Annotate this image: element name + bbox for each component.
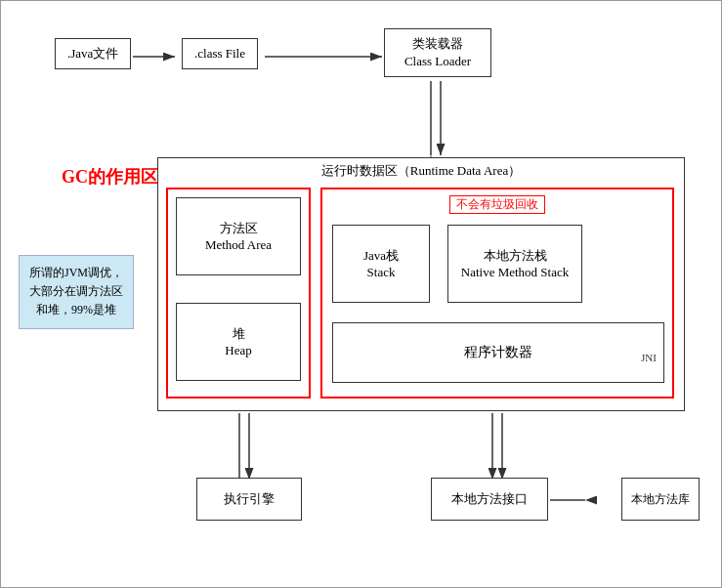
native-method-interface-box: 本地方法接口 [431, 478, 548, 521]
heap-line2: Heap [225, 343, 251, 358]
native-stack-line1: 本地方法栈 [484, 247, 547, 265]
gc-area: 方法区 Method Area 堆 Heap [166, 188, 311, 399]
classloader-line1: 类装载器 [397, 35, 479, 53]
class-file-label: .class File [194, 46, 245, 61]
main-container: .Java文件 .class File 类装载器 Class Loader GC… [0, 0, 722, 588]
note-text: 所谓的JVM调优，大部分在调方法区和堆，99%是堆 [29, 266, 123, 316]
note-box: 所谓的JVM调优，大部分在调方法区和堆，99%是堆 [19, 255, 134, 329]
heap-line1: 堆 [233, 325, 245, 343]
jni-label: JNI [641, 352, 657, 363]
class-file-box: .class File [182, 38, 258, 69]
method-area-line2: Method Area [205, 237, 272, 253]
method-area-line1: 方法区 [220, 220, 258, 237]
exec-engine-box: 执行引擎 [196, 478, 302, 521]
native-method-lib-box: 本地方法库 [621, 478, 700, 521]
native-stack-box: 本地方法栈 Native Method Stack [447, 225, 582, 303]
classloader-line2: Class Loader [397, 53, 479, 70]
runtime-label: 运行时数据区（Runtime Data Area） [321, 162, 521, 180]
no-gc-label: 不会有垃圾回收 [449, 195, 545, 214]
native-interface-label: 本地方法接口 [451, 490, 528, 508]
java-stack-line2: Stack [367, 265, 396, 280]
heap-box: 堆 Heap [176, 303, 301, 381]
program-counter-label: 程序计数器 [464, 344, 532, 361]
java-stack-line1: Java栈 [363, 247, 399, 265]
java-file-label: .Java文件 [67, 46, 118, 61]
runtime-outer: 运行时数据区（Runtime Data Area） 方法区 Method Are… [157, 157, 685, 411]
no-gc-area: 不会有垃圾回收 Java栈 Stack 本地方法栈 Native Method … [320, 188, 674, 399]
java-stack-box: Java栈 Stack [332, 225, 430, 303]
program-counter-box: 程序计数器 [332, 322, 664, 383]
classloader-box: 类装载器 Class Loader [384, 28, 491, 77]
native-stack-line2: Native Method Stack [461, 265, 569, 280]
java-file-box: .Java文件 [55, 38, 131, 69]
exec-engine-label: 执行引擎 [224, 490, 275, 508]
native-lib-label: 本地方法库 [631, 491, 690, 508]
method-area-box: 方法区 Method Area [176, 197, 301, 275]
